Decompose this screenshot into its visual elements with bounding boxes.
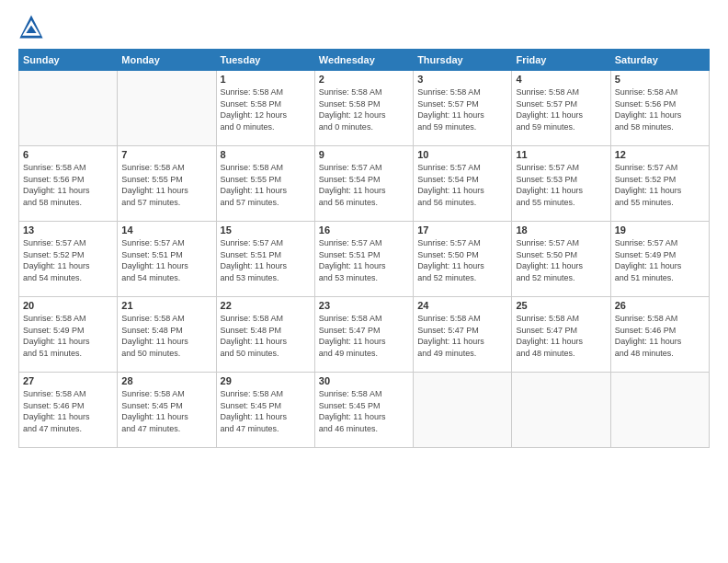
- day-number: 14: [121, 224, 211, 236]
- calendar-cell: 22Sunrise: 5:58 AMSunset: 5:48 PMDayligh…: [216, 297, 314, 373]
- day-number: 28: [121, 375, 211, 386]
- day-number: 2: [319, 74, 409, 85]
- day-number: 30: [319, 375, 409, 386]
- calendar-cell: 7Sunrise: 5:58 AMSunset: 5:55 PMDaylight…: [118, 146, 216, 222]
- day-info: Sunrise: 5:57 AMSunset: 5:51 PMDaylight:…: [319, 237, 409, 283]
- calendar-week-4: 20Sunrise: 5:58 AMSunset: 5:49 PMDayligh…: [19, 297, 710, 373]
- day-info: Sunrise: 5:57 AMSunset: 5:54 PMDaylight:…: [417, 162, 507, 208]
- day-info: Sunrise: 5:58 AMSunset: 5:45 PMDaylight:…: [221, 388, 311, 434]
- day-number: 11: [516, 149, 606, 160]
- calendar-cell: 20Sunrise: 5:58 AMSunset: 5:49 PMDayligh…: [19, 297, 118, 373]
- column-header-sunday: Sunday: [19, 50, 118, 71]
- day-info: Sunrise: 5:58 AMSunset: 5:47 PMDaylight:…: [319, 313, 409, 359]
- day-info: Sunrise: 5:58 AMSunset: 5:55 PMDaylight:…: [121, 162, 211, 208]
- day-number: 20: [23, 300, 113, 311]
- calendar-table: SundayMondayTuesdayWednesdayThursdayFrid…: [18, 49, 710, 448]
- day-info: Sunrise: 5:58 AMSunset: 5:46 PMDaylight:…: [615, 313, 705, 359]
- calendar-cell: 9Sunrise: 5:57 AMSunset: 5:54 PMDaylight…: [314, 146, 413, 222]
- column-header-tuesday: Tuesday: [216, 50, 314, 71]
- calendar-cell: 26Sunrise: 5:58 AMSunset: 5:46 PMDayligh…: [610, 297, 709, 373]
- calendar-cell: 6Sunrise: 5:58 AMSunset: 5:56 PMDaylight…: [19, 146, 118, 222]
- calendar-header-row: SundayMondayTuesdayWednesdayThursdayFrid…: [19, 50, 710, 71]
- day-number: 9: [319, 149, 409, 160]
- calendar-cell: 11Sunrise: 5:57 AMSunset: 5:53 PMDayligh…: [512, 146, 610, 222]
- day-number: 27: [23, 375, 113, 386]
- calendar-cell: 2Sunrise: 5:58 AMSunset: 5:58 PMDaylight…: [314, 71, 413, 146]
- column-header-monday: Monday: [118, 50, 216, 71]
- day-number: 4: [516, 74, 606, 85]
- calendar-week-5: 27Sunrise: 5:58 AMSunset: 5:46 PMDayligh…: [19, 373, 710, 448]
- calendar-cell: [118, 71, 216, 146]
- day-info: Sunrise: 5:57 AMSunset: 5:52 PMDaylight:…: [615, 162, 705, 208]
- day-info: Sunrise: 5:57 AMSunset: 5:53 PMDaylight:…: [516, 162, 606, 208]
- day-number: 10: [417, 149, 507, 160]
- calendar-week-3: 13Sunrise: 5:57 AMSunset: 5:52 PMDayligh…: [19, 222, 710, 297]
- day-number: 15: [221, 224, 311, 236]
- calendar-cell: 19Sunrise: 5:57 AMSunset: 5:49 PMDayligh…: [610, 222, 709, 297]
- day-number: 16: [319, 224, 409, 236]
- calendar-cell: 29Sunrise: 5:58 AMSunset: 5:45 PMDayligh…: [216, 373, 314, 448]
- calendar-cell: 30Sunrise: 5:58 AMSunset: 5:45 PMDayligh…: [314, 373, 413, 448]
- calendar-cell: 21Sunrise: 5:58 AMSunset: 5:48 PMDayligh…: [118, 297, 216, 373]
- day-info: Sunrise: 5:57 AMSunset: 5:50 PMDaylight:…: [516, 237, 606, 283]
- day-number: 18: [516, 224, 606, 236]
- day-number: 23: [319, 300, 409, 311]
- logo-icon: [18, 14, 44, 40]
- calendar-cell: [19, 71, 118, 146]
- day-number: 25: [516, 300, 606, 311]
- day-number: 29: [221, 375, 311, 386]
- day-info: Sunrise: 5:58 AMSunset: 5:48 PMDaylight:…: [121, 313, 211, 359]
- calendar-cell: 23Sunrise: 5:58 AMSunset: 5:47 PMDayligh…: [314, 297, 413, 373]
- calendar-cell: 24Sunrise: 5:58 AMSunset: 5:47 PMDayligh…: [414, 297, 512, 373]
- day-info: Sunrise: 5:57 AMSunset: 5:52 PMDaylight:…: [23, 237, 113, 283]
- day-number: 26: [615, 300, 705, 311]
- day-info: Sunrise: 5:58 AMSunset: 5:56 PMDaylight:…: [23, 162, 113, 208]
- calendar-cell: 5Sunrise: 5:58 AMSunset: 5:56 PMDaylight…: [610, 71, 709, 146]
- header: [18, 14, 710, 40]
- day-number: 21: [121, 300, 211, 311]
- day-number: 5: [615, 74, 705, 85]
- calendar-cell: 28Sunrise: 5:58 AMSunset: 5:45 PMDayligh…: [118, 373, 216, 448]
- calendar-week-2: 6Sunrise: 5:58 AMSunset: 5:56 PMDaylight…: [19, 146, 710, 222]
- calendar-cell: 13Sunrise: 5:57 AMSunset: 5:52 PMDayligh…: [19, 222, 118, 297]
- day-info: Sunrise: 5:57 AMSunset: 5:51 PMDaylight:…: [121, 237, 211, 283]
- day-info: Sunrise: 5:58 AMSunset: 5:57 PMDaylight:…: [417, 86, 507, 132]
- calendar-cell: 8Sunrise: 5:58 AMSunset: 5:55 PMDaylight…: [216, 146, 314, 222]
- calendar-cell: 17Sunrise: 5:57 AMSunset: 5:50 PMDayligh…: [414, 222, 512, 297]
- calendar-cell: 27Sunrise: 5:58 AMSunset: 5:46 PMDayligh…: [19, 373, 118, 448]
- day-info: Sunrise: 5:58 AMSunset: 5:46 PMDaylight:…: [23, 388, 113, 434]
- day-info: Sunrise: 5:57 AMSunset: 5:54 PMDaylight:…: [319, 162, 409, 208]
- day-info: Sunrise: 5:58 AMSunset: 5:45 PMDaylight:…: [121, 388, 211, 434]
- day-info: Sunrise: 5:58 AMSunset: 5:49 PMDaylight:…: [23, 313, 113, 359]
- column-header-friday: Friday: [512, 50, 610, 71]
- column-header-saturday: Saturday: [610, 50, 709, 71]
- calendar-cell: 12Sunrise: 5:57 AMSunset: 5:52 PMDayligh…: [610, 146, 709, 222]
- day-info: Sunrise: 5:58 AMSunset: 5:47 PMDaylight:…: [516, 313, 606, 359]
- day-number: 13: [23, 224, 113, 236]
- day-number: 7: [121, 149, 211, 160]
- column-header-wednesday: Wednesday: [314, 50, 413, 71]
- calendar-week-1: 1Sunrise: 5:58 AMSunset: 5:58 PMDaylight…: [19, 71, 710, 146]
- day-info: Sunrise: 5:58 AMSunset: 5:48 PMDaylight:…: [221, 313, 311, 359]
- calendar-cell: [610, 373, 709, 448]
- logo: [18, 14, 46, 40]
- day-info: Sunrise: 5:57 AMSunset: 5:50 PMDaylight:…: [417, 237, 507, 283]
- day-info: Sunrise: 5:58 AMSunset: 5:58 PMDaylight:…: [319, 86, 409, 132]
- day-info: Sunrise: 5:58 AMSunset: 5:58 PMDaylight:…: [221, 86, 311, 132]
- day-number: 3: [417, 74, 507, 85]
- calendar-cell: 1Sunrise: 5:58 AMSunset: 5:58 PMDaylight…: [216, 71, 314, 146]
- calendar-cell: 25Sunrise: 5:58 AMSunset: 5:47 PMDayligh…: [512, 297, 610, 373]
- day-number: 1: [221, 74, 311, 85]
- calendar-cell: 16Sunrise: 5:57 AMSunset: 5:51 PMDayligh…: [314, 222, 413, 297]
- day-info: Sunrise: 5:58 AMSunset: 5:57 PMDaylight:…: [516, 86, 606, 132]
- calendar-cell: 10Sunrise: 5:57 AMSunset: 5:54 PMDayligh…: [414, 146, 512, 222]
- calendar-cell: 15Sunrise: 5:57 AMSunset: 5:51 PMDayligh…: [216, 222, 314, 297]
- calendar-cell: [414, 373, 512, 448]
- day-number: 12: [615, 149, 705, 160]
- day-info: Sunrise: 5:58 AMSunset: 5:47 PMDaylight:…: [417, 313, 507, 359]
- day-info: Sunrise: 5:58 AMSunset: 5:55 PMDaylight:…: [221, 162, 311, 208]
- day-info: Sunrise: 5:57 AMSunset: 5:51 PMDaylight:…: [221, 237, 311, 283]
- day-info: Sunrise: 5:58 AMSunset: 5:45 PMDaylight:…: [319, 388, 409, 434]
- day-number: 22: [221, 300, 311, 311]
- day-number: 6: [23, 149, 113, 160]
